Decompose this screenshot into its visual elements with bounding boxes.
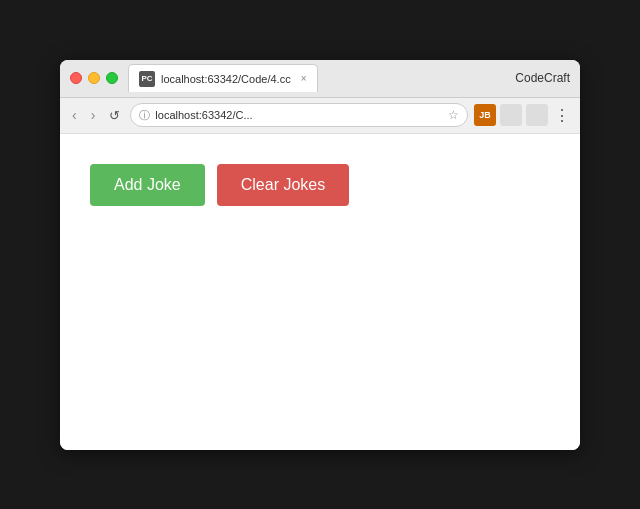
back-button[interactable]: ‹ [68, 105, 81, 125]
toolbar-actions: JB ⋮ [474, 104, 572, 126]
maximize-button[interactable] [106, 72, 118, 84]
screen-share-button[interactable] [526, 104, 548, 126]
clear-jokes-button[interactable]: Clear Jokes [217, 164, 349, 206]
title-bar: PC localhost:63342/Code/4.cc × CodeCraft [60, 60, 580, 98]
address-bar: ‹ › ↺ ⓘ localhost:63342/C... ☆ JB ⋮ [60, 98, 580, 134]
active-tab[interactable]: PC localhost:63342/Code/4.cc × [128, 64, 318, 92]
app-title: CodeCraft [515, 71, 570, 85]
browser-window: PC localhost:63342/Code/4.cc × CodeCraft… [60, 60, 580, 450]
traffic-lights [70, 72, 118, 84]
page-content: Add Joke Clear Jokes [60, 134, 580, 450]
tab-favicon: PC [139, 71, 155, 87]
tab-close-icon[interactable]: × [301, 73, 307, 84]
forward-button[interactable]: › [87, 105, 100, 125]
extensions-button[interactable] [500, 104, 522, 126]
tab-title: localhost:63342/Code/4.cc [161, 73, 291, 85]
minimize-button[interactable] [88, 72, 100, 84]
jetbrains-button[interactable]: JB [474, 104, 496, 126]
url-text: localhost:63342/C... [155, 109, 443, 121]
close-button[interactable] [70, 72, 82, 84]
url-protocol-icon: ⓘ [139, 108, 150, 123]
bookmark-icon[interactable]: ☆ [448, 108, 459, 122]
refresh-button[interactable]: ↺ [105, 106, 124, 125]
more-options-button[interactable]: ⋮ [552, 106, 572, 125]
url-bar[interactable]: ⓘ localhost:63342/C... ☆ [130, 103, 468, 127]
tab-bar: PC localhost:63342/Code/4.cc × [128, 64, 515, 92]
add-joke-button[interactable]: Add Joke [90, 164, 205, 206]
